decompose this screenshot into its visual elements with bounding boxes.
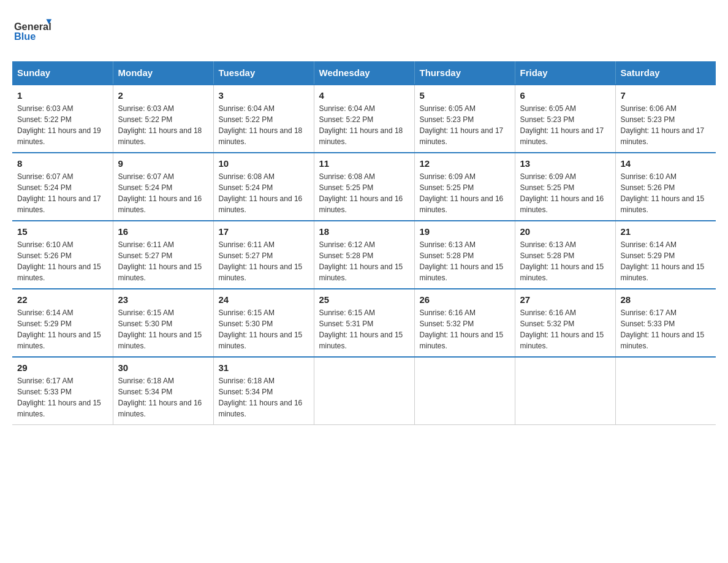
calendar-day-cell: 13 Sunrise: 6:09 AMSunset: 5:25 PMDaylig… bbox=[515, 153, 615, 221]
day-info: Sunrise: 6:03 AMSunset: 5:22 PMDaylight:… bbox=[17, 103, 108, 147]
calendar-day-cell: 30 Sunrise: 6:18 AMSunset: 5:34 PMDaylig… bbox=[113, 357, 213, 425]
calendar-day-cell: 11 Sunrise: 6:08 AMSunset: 5:25 PMDaylig… bbox=[314, 153, 414, 221]
calendar-day-cell: 24 Sunrise: 6:15 AMSunset: 5:30 PMDaylig… bbox=[213, 289, 314, 357]
day-info: Sunrise: 6:09 AMSunset: 5:25 PMDaylight:… bbox=[420, 171, 510, 215]
calendar-day-cell: 4 Sunrise: 6:04 AMSunset: 5:22 PMDayligh… bbox=[314, 85, 414, 153]
day-number: 3 bbox=[219, 90, 309, 101]
day-number: 6 bbox=[520, 90, 610, 101]
day-info: Sunrise: 6:04 AMSunset: 5:22 PMDaylight:… bbox=[319, 103, 409, 147]
calendar-day-cell bbox=[515, 357, 615, 425]
calendar-day-cell: 25 Sunrise: 6:15 AMSunset: 5:31 PMDaylig… bbox=[314, 289, 414, 357]
day-info: Sunrise: 6:14 AMSunset: 5:29 PMDaylight:… bbox=[17, 307, 108, 351]
weekday-header-cell: Friday bbox=[515, 61, 615, 85]
day-info: Sunrise: 6:17 AMSunset: 5:33 PMDaylight:… bbox=[621, 307, 711, 351]
day-info: Sunrise: 6:13 AMSunset: 5:28 PMDaylight:… bbox=[520, 239, 610, 283]
calendar-day-cell: 17 Sunrise: 6:11 AMSunset: 5:27 PMDaylig… bbox=[213, 221, 314, 289]
day-info: Sunrise: 6:11 AMSunset: 5:27 PMDaylight:… bbox=[118, 239, 208, 283]
day-info: Sunrise: 6:13 AMSunset: 5:28 PMDaylight:… bbox=[420, 239, 510, 283]
day-number: 26 bbox=[420, 294, 510, 305]
day-number: 13 bbox=[520, 158, 610, 169]
day-info: Sunrise: 6:03 AMSunset: 5:22 PMDaylight:… bbox=[118, 103, 208, 147]
day-info: Sunrise: 6:11 AMSunset: 5:27 PMDaylight:… bbox=[219, 239, 309, 283]
day-number: 9 bbox=[118, 158, 208, 169]
day-info: Sunrise: 6:09 AMSunset: 5:25 PMDaylight:… bbox=[520, 171, 610, 215]
weekday-header-cell: Wednesday bbox=[314, 61, 414, 85]
day-info: Sunrise: 6:08 AMSunset: 5:24 PMDaylight:… bbox=[219, 171, 309, 215]
calendar-day-cell: 9 Sunrise: 6:07 AMSunset: 5:24 PMDayligh… bbox=[113, 153, 213, 221]
calendar-day-cell: 27 Sunrise: 6:16 AMSunset: 5:32 PMDaylig… bbox=[515, 289, 615, 357]
day-info: Sunrise: 6:15 AMSunset: 5:30 PMDaylight:… bbox=[118, 307, 208, 351]
day-info: Sunrise: 6:05 AMSunset: 5:23 PMDaylight:… bbox=[420, 103, 510, 147]
day-info: Sunrise: 6:10 AMSunset: 5:26 PMDaylight:… bbox=[17, 239, 108, 283]
svg-text:Blue: Blue bbox=[14, 31, 36, 42]
day-info: Sunrise: 6:18 AMSunset: 5:34 PMDaylight:… bbox=[118, 375, 208, 419]
calendar-day-cell: 7 Sunrise: 6:06 AMSunset: 5:23 PMDayligh… bbox=[615, 85, 716, 153]
calendar-day-cell: 12 Sunrise: 6:09 AMSunset: 5:25 PMDaylig… bbox=[414, 153, 515, 221]
calendar-week-row: 15 Sunrise: 6:10 AMSunset: 5:26 PMDaylig… bbox=[12, 221, 716, 289]
day-info: Sunrise: 6:12 AMSunset: 5:28 PMDaylight:… bbox=[319, 239, 409, 283]
day-number: 11 bbox=[319, 158, 409, 169]
day-info: Sunrise: 6:15 AMSunset: 5:30 PMDaylight:… bbox=[219, 307, 309, 351]
day-number: 4 bbox=[319, 90, 409, 101]
calendar-week-row: 1 Sunrise: 6:03 AMSunset: 5:22 PMDayligh… bbox=[12, 85, 716, 153]
weekday-header-row: SundayMondayTuesdayWednesdayThursdayFrid… bbox=[12, 61, 716, 85]
day-number: 30 bbox=[118, 362, 208, 373]
logo-icon: General Blue bbox=[12, 12, 55, 49]
calendar-day-cell: 31 Sunrise: 6:18 AMSunset: 5:34 PMDaylig… bbox=[213, 357, 314, 425]
weekday-header-cell: Thursday bbox=[414, 61, 515, 85]
day-number: 22 bbox=[17, 294, 108, 305]
day-number: 18 bbox=[319, 226, 409, 237]
calendar-day-cell bbox=[615, 357, 716, 425]
calendar-day-cell: 29 Sunrise: 6:17 AMSunset: 5:33 PMDaylig… bbox=[12, 357, 113, 425]
calendar-table: SundayMondayTuesdayWednesdayThursdayFrid… bbox=[12, 61, 716, 425]
day-number: 15 bbox=[17, 226, 108, 237]
day-number: 19 bbox=[420, 226, 510, 237]
day-number: 14 bbox=[621, 158, 711, 169]
day-info: Sunrise: 6:18 AMSunset: 5:34 PMDaylight:… bbox=[219, 375, 309, 419]
day-number: 28 bbox=[621, 294, 711, 305]
weekday-header-cell: Saturday bbox=[615, 61, 716, 85]
calendar-day-cell: 19 Sunrise: 6:13 AMSunset: 5:28 PMDaylig… bbox=[414, 221, 515, 289]
day-number: 31 bbox=[219, 362, 309, 373]
calendar-day-cell: 14 Sunrise: 6:10 AMSunset: 5:26 PMDaylig… bbox=[615, 153, 716, 221]
calendar-day-cell: 1 Sunrise: 6:03 AMSunset: 5:22 PMDayligh… bbox=[12, 85, 113, 153]
calendar-day-cell bbox=[314, 357, 414, 425]
calendar-week-row: 8 Sunrise: 6:07 AMSunset: 5:24 PMDayligh… bbox=[12, 153, 716, 221]
weekday-header-cell: Tuesday bbox=[213, 61, 314, 85]
day-number: 8 bbox=[17, 158, 108, 169]
day-number: 24 bbox=[219, 294, 309, 305]
day-number: 1 bbox=[17, 90, 108, 101]
weekday-header-cell: Sunday bbox=[12, 61, 113, 85]
calendar-day-cell: 23 Sunrise: 6:15 AMSunset: 5:30 PMDaylig… bbox=[113, 289, 213, 357]
day-number: 10 bbox=[219, 158, 309, 169]
calendar-week-row: 29 Sunrise: 6:17 AMSunset: 5:33 PMDaylig… bbox=[12, 357, 716, 425]
calendar-day-cell: 6 Sunrise: 6:05 AMSunset: 5:23 PMDayligh… bbox=[515, 85, 615, 153]
day-number: 21 bbox=[621, 226, 711, 237]
calendar-day-cell bbox=[414, 357, 515, 425]
calendar-day-cell: 28 Sunrise: 6:17 AMSunset: 5:33 PMDaylig… bbox=[615, 289, 716, 357]
page-header: General Blue bbox=[12, 12, 716, 49]
day-info: Sunrise: 6:10 AMSunset: 5:26 PMDaylight:… bbox=[621, 171, 711, 215]
calendar-body: 1 Sunrise: 6:03 AMSunset: 5:22 PMDayligh… bbox=[12, 85, 716, 425]
day-info: Sunrise: 6:08 AMSunset: 5:25 PMDaylight:… bbox=[319, 171, 409, 215]
weekday-header-cell: Monday bbox=[113, 61, 213, 85]
calendar-day-cell: 15 Sunrise: 6:10 AMSunset: 5:26 PMDaylig… bbox=[12, 221, 113, 289]
day-info: Sunrise: 6:16 AMSunset: 5:32 PMDaylight:… bbox=[420, 307, 510, 351]
calendar-day-cell: 16 Sunrise: 6:11 AMSunset: 5:27 PMDaylig… bbox=[113, 221, 213, 289]
day-info: Sunrise: 6:07 AMSunset: 5:24 PMDaylight:… bbox=[17, 171, 108, 215]
day-info: Sunrise: 6:05 AMSunset: 5:23 PMDaylight:… bbox=[520, 103, 610, 147]
calendar-day-cell: 20 Sunrise: 6:13 AMSunset: 5:28 PMDaylig… bbox=[515, 221, 615, 289]
day-info: Sunrise: 6:15 AMSunset: 5:31 PMDaylight:… bbox=[319, 307, 409, 351]
day-info: Sunrise: 6:14 AMSunset: 5:29 PMDaylight:… bbox=[621, 239, 711, 283]
day-number: 23 bbox=[118, 294, 208, 305]
day-number: 12 bbox=[420, 158, 510, 169]
day-number: 29 bbox=[17, 362, 108, 373]
day-info: Sunrise: 6:16 AMSunset: 5:32 PMDaylight:… bbox=[520, 307, 610, 351]
day-info: Sunrise: 6:07 AMSunset: 5:24 PMDaylight:… bbox=[118, 171, 208, 215]
calendar-day-cell: 22 Sunrise: 6:14 AMSunset: 5:29 PMDaylig… bbox=[12, 289, 113, 357]
day-info: Sunrise: 6:06 AMSunset: 5:23 PMDaylight:… bbox=[621, 103, 711, 147]
day-number: 20 bbox=[520, 226, 610, 237]
day-number: 7 bbox=[621, 90, 711, 101]
day-number: 16 bbox=[118, 226, 208, 237]
logo: General Blue bbox=[12, 12, 55, 49]
